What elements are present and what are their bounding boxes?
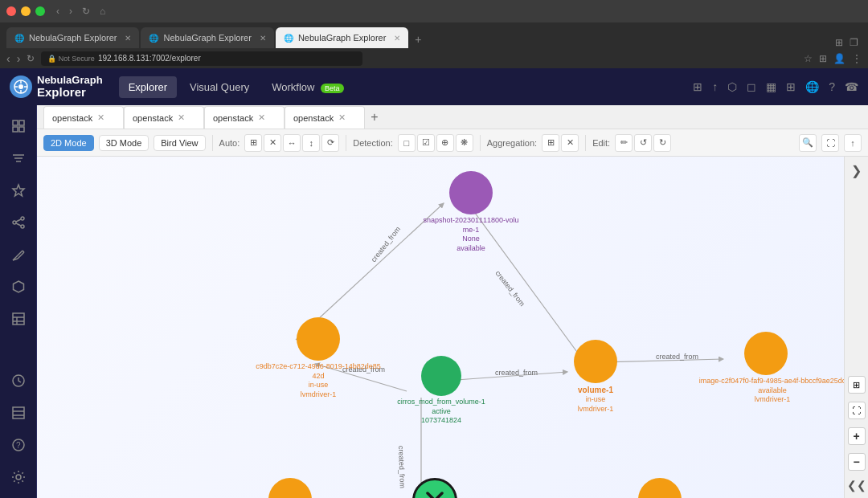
sidebar-icon-hexagon[interactable] bbox=[6, 274, 31, 300]
auto-icon-5[interactable]: ⟳ bbox=[321, 134, 339, 152]
topnav-icon-7[interactable]: 🌐 bbox=[805, 80, 819, 93]
sidebar-icon-share[interactable] bbox=[6, 210, 31, 235]
nav-visual-query[interactable]: Visual Query bbox=[180, 76, 259, 98]
sidebar-icon-help[interactable]: ? bbox=[6, 432, 31, 458]
sidebar-icon-settings[interactable] bbox=[6, 464, 31, 490]
home-button[interactable]: ⌂ bbox=[100, 6, 105, 17]
minimap-button[interactable]: ⊞ bbox=[848, 376, 866, 394]
node-image[interactable]: image-c2f047f0-faf9-4985-ae4f-bbccf9ae25… bbox=[696, 332, 849, 405]
forward-button[interactable]: › bbox=[69, 6, 72, 17]
node-volume1[interactable]: volume-1 in-use lvmdriver-1 bbox=[555, 340, 636, 414]
address-bar[interactable]: 🔒 Not Secure 192.168.8.131:7002/explorer bbox=[41, 51, 362, 66]
topnav-icon-9[interactable]: ☎ bbox=[845, 80, 858, 93]
bookmark-icon[interactable]: ☆ bbox=[804, 53, 813, 64]
tab-close-1[interactable]: ✕ bbox=[125, 34, 131, 43]
export-icon-btn[interactable]: ↑ bbox=[844, 134, 862, 152]
browser-tab-2[interactable]: 🌐 NebulaGraph Explorer ✕ bbox=[141, 27, 273, 48]
auto-icon-1[interactable]: ⊞ bbox=[244, 134, 262, 152]
tab-1-close[interactable]: ✕ bbox=[97, 112, 104, 123]
nav-reload[interactable]: ↻ bbox=[27, 53, 35, 64]
tab-1[interactable]: openstack ✕ bbox=[43, 106, 124, 129]
zoom-in-button[interactable]: + bbox=[848, 427, 866, 445]
tab-close-2[interactable]: ✕ bbox=[260, 34, 266, 43]
sidebar-icon-history[interactable] bbox=[6, 368, 31, 394]
topnav-icon-2[interactable]: ↑ bbox=[712, 80, 718, 93]
detection-icon-4[interactable]: ❋ bbox=[456, 134, 473, 152]
fullscreen-icon-btn[interactable]: ⛶ bbox=[821, 134, 839, 152]
account-icon[interactable]: 👤 bbox=[833, 53, 845, 64]
detection-icon-3[interactable]: ⊕ bbox=[436, 134, 454, 152]
tab-4-close[interactable]: ✕ bbox=[338, 112, 346, 123]
nav-workflow[interactable]: Workflow Beta bbox=[262, 76, 353, 98]
detection-icon-2[interactable]: ☑ bbox=[417, 134, 435, 152]
mode-2d-button[interactable]: 2D Mode bbox=[43, 135, 94, 151]
tab-close-3[interactable]: ✕ bbox=[394, 34, 400, 43]
sidebar-icon-grid[interactable] bbox=[6, 113, 31, 139]
tab-4[interactable]: openstack ✕ bbox=[285, 106, 365, 129]
new-tab-button[interactable]: + bbox=[410, 31, 426, 48]
edit-icon-3[interactable]: ↻ bbox=[653, 134, 671, 152]
auto-label: Auto: bbox=[219, 138, 240, 148]
svg-rect-30 bbox=[13, 407, 24, 418]
topnav-icon-3[interactable]: ⬡ bbox=[727, 80, 737, 93]
auto-icon-2[interactable]: ✕ bbox=[264, 134, 281, 152]
tab-3-close[interactable]: ✕ bbox=[258, 112, 265, 123]
node-cirros052[interactable]: cirros-0.5.2-x86_64-disk active 16300544 bbox=[383, 478, 487, 498]
browser-addressbar: ‹ › ↻ 🔒 Not Secure 192.168.8.131:7002/ex… bbox=[0, 48, 868, 68]
sidebar-icon-pencil[interactable] bbox=[6, 242, 31, 267]
browser-tabs: 🌐 NebulaGraph Explorer ✕ 🌐 NebulaGraph E… bbox=[0, 22, 868, 48]
aggregation-label: Aggregation: bbox=[487, 138, 537, 148]
node-snapshot-label2: None bbox=[423, 235, 519, 244]
nav-explorer[interactable]: Explorer bbox=[119, 76, 177, 98]
zoom-out-button[interactable]: − bbox=[848, 453, 866, 471]
topnav-icon-1[interactable]: ⊞ bbox=[693, 80, 702, 93]
agg-icon-2[interactable]: ✕ bbox=[561, 134, 579, 152]
agg-icon-1[interactable]: ⊞ bbox=[542, 134, 559, 152]
sidebar-icon-table[interactable] bbox=[6, 306, 31, 332]
node-99187[interactable]: 99187cfc-ceea-496a-a572-a9bb14e586ed in-… bbox=[583, 478, 736, 498]
minimize-button[interactable] bbox=[21, 6, 31, 16]
node-c9db[interactable]: c9db7c2e-c712-49d6-8019-14b82de8542d in-… bbox=[254, 317, 383, 400]
svg-point-15 bbox=[21, 225, 24, 228]
collapse-panel-button[interactable]: ❮❮ bbox=[847, 479, 866, 492]
maximize-button[interactable] bbox=[35, 6, 45, 16]
extension-icon[interactable]: ⊞ bbox=[819, 53, 827, 64]
add-tab-button[interactable]: + bbox=[365, 108, 384, 127]
back-button[interactable]: ‹ bbox=[56, 6, 59, 17]
auto-icons: ⊞ ✕ ↔ ↕ ⟳ bbox=[244, 134, 339, 152]
tab-2-close[interactable]: ✕ bbox=[178, 112, 185, 123]
bird-view-button[interactable]: Bird View bbox=[154, 135, 205, 151]
detection-icon-1[interactable]: □ bbox=[398, 134, 416, 152]
sidebar-icon-list[interactable] bbox=[6, 400, 31, 426]
nav-forward[interactable]: › bbox=[17, 52, 21, 65]
topnav-icon-4[interactable]: ◻ bbox=[747, 80, 756, 93]
edit-icon-1[interactable]: ✏ bbox=[615, 134, 633, 152]
edit-icon-2[interactable]: ↺ bbox=[634, 134, 652, 152]
reload-button[interactable]: ↻ bbox=[82, 6, 90, 17]
tab-2[interactable]: openstack ✕ bbox=[124, 106, 204, 129]
mode-3d-button[interactable]: 3D Mode bbox=[99, 135, 149, 151]
tabs-bar: openstack ✕ openstack ✕ openstack ✕ open… bbox=[37, 105, 868, 129]
graph-canvas[interactable]: created_from created_from created_from c… bbox=[37, 157, 868, 498]
auto-icon-4[interactable]: ↕ bbox=[302, 134, 320, 152]
topnav-icon-8[interactable]: ? bbox=[829, 80, 835, 93]
browser-tab-1[interactable]: 🌐 NebulaGraph Explorer ✕ bbox=[6, 27, 139, 48]
browser-icons: ☆ ⊞ 👤 ⋮ bbox=[804, 53, 862, 64]
menu-icon[interactable]: ⋮ bbox=[852, 53, 862, 64]
search-icon-btn[interactable]: 🔍 bbox=[799, 134, 817, 152]
nav-back[interactable]: ‹ bbox=[6, 52, 10, 65]
tab-3[interactable]: openstack ✕ bbox=[204, 106, 285, 129]
node-ffaeb[interactable]: ffaeb199-47f4-4d95-89b2-97fba3c1bcfe in-… bbox=[222, 478, 358, 498]
topnav-icon-6[interactable]: ⊞ bbox=[786, 80, 796, 93]
collapse-right-button[interactable]: ❯ bbox=[851, 163, 862, 178]
topnav-icon-5[interactable]: ▦ bbox=[766, 80, 776, 93]
node-snapshot[interactable]: snapshot-202301111800-volume-1 None avai… bbox=[423, 171, 519, 254]
toolbar-divider-3 bbox=[480, 135, 481, 151]
fullscreen-graph-button[interactable]: ⛶ bbox=[848, 402, 866, 419]
close-button[interactable] bbox=[6, 6, 16, 16]
sidebar-icon-star[interactable] bbox=[6, 178, 31, 203]
browser-tab-3[interactable]: 🌐 NebulaGraph Explorer ✕ bbox=[276, 27, 408, 48]
sidebar-icon-filter[interactable] bbox=[6, 145, 31, 171]
node-cirros-mod[interactable]: cirros_mod_from_volume-1 active 10737418… bbox=[389, 356, 493, 426]
auto-icon-3[interactable]: ↔ bbox=[283, 134, 301, 152]
